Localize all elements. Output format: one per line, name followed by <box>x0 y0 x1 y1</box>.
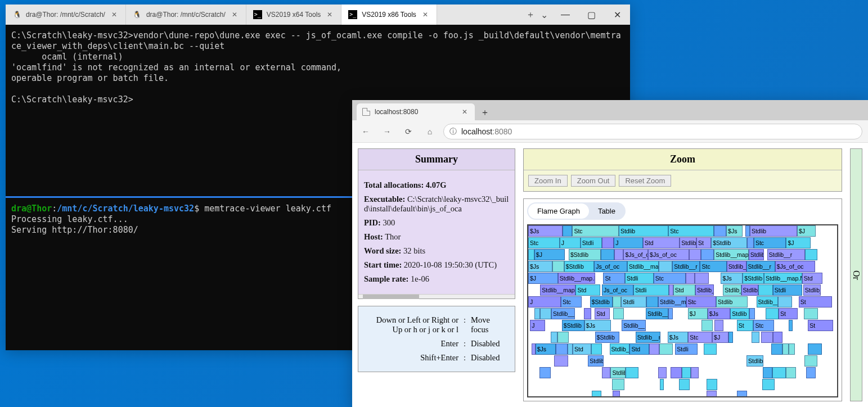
flame-frame[interactable]: Stdlib <box>716 296 748 307</box>
flame-frame[interactable]: Std <box>643 237 680 248</box>
flame-frame[interactable] <box>602 367 610 378</box>
flame-frame[interactable] <box>804 355 817 367</box>
flame-frame[interactable]: J <box>528 296 561 307</box>
flame-frame[interactable]: J <box>530 320 545 331</box>
flame-frame[interactable] <box>704 343 717 355</box>
flame-frame[interactable]: Stc <box>654 273 686 284</box>
flame-frame[interactable] <box>745 225 750 237</box>
flame-frame[interactable] <box>808 343 822 355</box>
flame-frame[interactable]: Stdli <box>633 284 669 296</box>
flame-frame[interactable] <box>602 237 614 248</box>
close-icon[interactable]: ✕ <box>325 10 334 19</box>
flame-frame[interactable] <box>701 249 714 260</box>
flame-frame[interactable]: Stc <box>688 332 712 343</box>
flame-frame[interactable] <box>649 343 659 355</box>
flame-frame[interactable]: $J <box>797 225 816 237</box>
terminal-tab-2[interactable]: >_ VS2019 x64 Tools ✕ <box>246 4 342 25</box>
flame-frame[interactable] <box>714 320 723 331</box>
flame-frame[interactable] <box>789 343 795 355</box>
flame-frame[interactable]: $J <box>688 308 708 319</box>
flame-frame[interactable]: $Js <box>536 343 556 355</box>
flame-frame[interactable]: Stdlib__r <box>803 284 821 296</box>
flame-frame[interactable] <box>601 249 614 260</box>
flame-frame[interactable] <box>551 332 557 343</box>
flame-frame[interactable] <box>752 332 759 343</box>
flame-frame[interactable] <box>682 367 691 378</box>
flame-frame[interactable] <box>557 332 569 343</box>
flame-frame[interactable]: Stdlib__map.Make.add <box>627 261 659 272</box>
flame-frame[interactable] <box>563 225 573 237</box>
flame-frame[interactable]: St <box>696 237 711 248</box>
new-tab-dropdown[interactable]: ⌄ <box>541 10 548 20</box>
flame-frame[interactable] <box>728 332 733 343</box>
flame-frame[interactable] <box>613 391 620 397</box>
flame-frame[interactable] <box>658 367 667 378</box>
zoom-out-button[interactable]: Zoom Out <box>571 175 616 187</box>
flame-frame[interactable]: Stdlib__r <box>672 261 700 272</box>
flame-frame[interactable]: Stdlib__r <box>636 332 661 343</box>
flame-frame[interactable] <box>626 367 638 378</box>
maximize-button[interactable]: ▢ <box>578 4 604 25</box>
flame-frame[interactable]: Stdlib <box>741 284 759 296</box>
flame-frame[interactable]: $Js <box>708 308 731 319</box>
flame-frame[interactable] <box>773 332 783 343</box>
flame-frame[interactable]: $J <box>534 249 565 260</box>
terminal-tab-0[interactable]: 🐧 dra@Thor: /mnt/c/Scratch/ ✕ <box>6 4 126 25</box>
flame-frame[interactable]: St <box>737 320 754 331</box>
flame-frame[interactable]: $J <box>528 273 558 284</box>
flame-frame[interactable]: Stdlib__map.Make.add <box>723 284 741 296</box>
flame-frame[interactable] <box>554 355 569 367</box>
new-tab-button[interactable]: ＋ <box>526 9 535 21</box>
flame-frame[interactable]: Stdlib <box>730 308 749 319</box>
flame-frame[interactable]: $Js_of_oc <box>648 249 689 260</box>
tab-table[interactable]: Table <box>589 204 624 219</box>
flame-frame[interactable]: St <box>603 273 625 284</box>
flame-frame[interactable]: Stdlib__r <box>551 308 575 319</box>
flame-frame[interactable] <box>613 308 624 319</box>
flame-frame[interactable]: Stc <box>700 261 726 272</box>
flame-frame[interactable]: $Stdlib <box>711 237 747 248</box>
flame-frame[interactable] <box>534 308 541 319</box>
terminal-tab-1[interactable]: 🐧 dra@Thor: /mnt/c/Scratch/ ✕ <box>126 4 246 25</box>
browser-tab-0[interactable]: localhost:8080 ✕ <box>357 103 475 120</box>
flame-frame[interactable] <box>671 367 682 378</box>
flame-frame[interactable]: Stdli <box>773 284 802 296</box>
flame-frame[interactable]: Stdlib__map.Make.bal <box>540 284 575 296</box>
flame-frame[interactable] <box>749 308 755 319</box>
flame-frame[interactable]: Stdlib__r <box>767 249 805 260</box>
flame-frame[interactable] <box>695 273 709 284</box>
flame-frame[interactable]: Std <box>629 343 649 355</box>
flame-frame[interactable]: Stdlib__map.M <box>764 273 802 284</box>
back-button[interactable]: ← <box>358 124 374 139</box>
flame-frame[interactable]: Std <box>673 284 695 296</box>
flame-frame[interactable] <box>758 284 772 296</box>
address-bar[interactable]: ⓘ localhost:8080 <box>443 124 862 139</box>
flame-frame[interactable]: J <box>560 237 581 248</box>
refresh-button[interactable]: ⟳ <box>401 124 416 139</box>
flame-frame[interactable]: $Js <box>721 273 743 284</box>
flame-frame[interactable]: $J <box>712 332 728 343</box>
forward-button[interactable]: → <box>379 124 395 139</box>
flame-frame[interactable]: $J <box>786 237 811 248</box>
flame-frame[interactable] <box>540 308 551 319</box>
flame-frame[interactable] <box>659 261 672 272</box>
flame-frame[interactable]: Stdlib <box>619 225 668 237</box>
flame-frame[interactable]: St <box>779 308 798 319</box>
terminal-tab-3[interactable]: >_ VS2019 x86 Tools ✕ <box>341 4 437 25</box>
flame-frame[interactable] <box>806 367 816 378</box>
flame-graph[interactable]: $JsStcStdlibStc$JsStdlib$JStcJStdliJStdS… <box>527 224 838 397</box>
new-tab-button[interactable]: ＋ <box>477 105 493 120</box>
flame-frame[interactable] <box>772 367 786 378</box>
flame-frame[interactable] <box>659 343 673 355</box>
flame-frame[interactable]: Stc <box>754 237 786 248</box>
flame-frame[interactable]: Stdlib__map.Make.add <box>695 284 714 296</box>
flame-frame[interactable]: $Js <box>584 320 611 331</box>
flame-frame[interactable]: Stc <box>528 237 560 248</box>
flame-frame[interactable] <box>786 367 796 378</box>
flame-frame[interactable]: St <box>808 320 833 331</box>
site-info-icon[interactable]: ⓘ <box>449 126 457 137</box>
flame-frame[interactable]: Stc <box>561 296 582 307</box>
flame-frame[interactable]: Stdlib__map.Make.bal <box>727 261 746 272</box>
flame-frame[interactable]: Stdlib__r <box>746 261 775 272</box>
flame-frame[interactable]: $Stdlib <box>590 296 613 307</box>
